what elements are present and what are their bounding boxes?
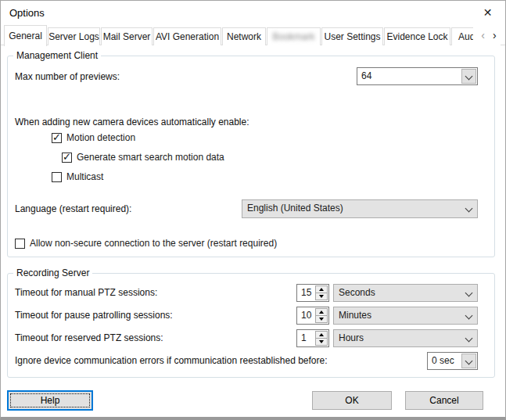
title-bar: Options ✕ — [1, 1, 505, 24]
pause-patrolling-unit-combobox[interactable]: Minutes — [333, 307, 478, 325]
motion-detection-checkbox-row[interactable]: ✓ Motion detection — [52, 131, 135, 144]
spinner-up-icon — [319, 333, 324, 336]
checkmark-icon: ✓ — [52, 131, 61, 143]
options-dialog: Options ✕ General Server Logs Mail Serve… — [0, 0, 506, 420]
reserved-ptz-unit-combobox[interactable]: Hours — [333, 329, 478, 347]
manual-ptz-unit-combobox[interactable]: Seconds — [333, 284, 478, 302]
smart-search-checkbox[interactable]: ✓ — [62, 153, 72, 163]
spinner-up-icon — [319, 288, 324, 291]
pause-patrolling-spinner[interactable]: 10 — [296, 307, 329, 325]
reserved-ptz-spinner[interactable]: 1 — [296, 329, 329, 347]
close-icon: ✕ — [483, 6, 493, 19]
manual-ptz-spinner[interactable]: 15 — [296, 284, 329, 302]
max-previews-label: Max number of previews: — [15, 71, 120, 82]
recording-server-group-title: Recording Server — [13, 267, 92, 278]
tab-server-logs[interactable]: Server Logs — [48, 27, 100, 45]
max-previews-dropdown-button[interactable] — [461, 69, 476, 84]
spinner-up-button[interactable] — [315, 331, 328, 339]
ok-button[interactable]: OK — [312, 391, 392, 410]
multicast-checkbox-row[interactable]: Multicast — [52, 171, 103, 183]
chevron-down-icon — [465, 312, 473, 320]
chevron-down-icon — [465, 205, 473, 213]
ignore-errors-label: Ignore device communication errors if co… — [15, 355, 328, 366]
close-button[interactable]: ✕ — [470, 1, 505, 24]
tab-scroll-right-icon[interactable]: › — [493, 29, 497, 41]
non-secure-label: Allow non-secure connection to the serve… — [30, 238, 277, 249]
ignore-errors-dropdown-button[interactable] — [461, 354, 476, 368]
tab-scroll-buttons: ‹ › — [473, 26, 504, 45]
language-combobox[interactable]: English (United States) — [242, 199, 478, 218]
tab-general[interactable]: General — [4, 25, 47, 46]
spinner-down-icon — [319, 295, 324, 298]
chevron-down-icon — [465, 73, 473, 81]
non-secure-checkbox[interactable] — [15, 239, 25, 249]
spinner-down-button[interactable] — [315, 293, 328, 300]
help-button[interactable]: Help — [7, 390, 93, 411]
max-previews-combobox[interactable]: 64 — [357, 67, 478, 85]
multicast-label: Multicast — [66, 171, 103, 182]
management-client-group-title: Management Client — [13, 50, 101, 61]
non-secure-checkbox-row[interactable]: Allow non-secure connection to the serve… — [15, 237, 277, 249]
tab-scroll-left-icon[interactable]: ‹ — [481, 29, 485, 41]
multicast-checkbox[interactable] — [52, 172, 62, 182]
checkmark-icon: ✓ — [63, 151, 71, 163]
tab-avi-generation[interactable]: AVI Generation — [153, 27, 221, 45]
tab-evidence-lock[interactable]: Evidence Lock — [384, 27, 450, 45]
smart-search-label: Generate smart search motion data — [77, 152, 224, 163]
manual-ptz-label: Timeout for manual PTZ sessions: — [15, 287, 157, 298]
pause-patrolling-label: Timeout for pause patrolling sessions: — [15, 310, 173, 321]
auto-enable-label: When adding new camera devices automatic… — [15, 117, 249, 127]
motion-detection-checkbox[interactable]: ✓ — [52, 133, 62, 143]
reserved-ptz-label: Timeout for reserved PTZ sessions: — [15, 332, 163, 343]
chevron-down-icon — [465, 335, 473, 343]
spinner-up-icon — [319, 311, 324, 314]
spinner-down-icon — [319, 340, 324, 343]
spinner-down-button[interactable] — [315, 339, 328, 346]
spinner-down-icon — [319, 318, 324, 321]
ignore-errors-combobox[interactable]: 0 sec — [427, 352, 478, 370]
cancel-button[interactable]: Cancel — [405, 391, 483, 410]
chevron-down-icon — [465, 357, 473, 365]
window-title: Options — [9, 7, 45, 19]
motion-detection-label: Motion detection — [66, 132, 135, 143]
spinner-up-button[interactable] — [315, 285, 328, 293]
tab-mail-server[interactable]: Mail Server — [101, 27, 153, 45]
tab-network[interactable]: Network — [222, 27, 266, 45]
smart-search-checkbox-row[interactable]: ✓ Generate smart search motion data — [62, 151, 224, 163]
spinner-up-button[interactable] — [315, 308, 328, 316]
language-label: Language (restart required): — [15, 203, 131, 214]
spinner-down-button[interactable] — [315, 316, 328, 323]
tab-bookmark[interactable]: Bookmark — [267, 27, 321, 45]
chevron-down-icon — [465, 289, 473, 297]
tab-user-settings[interactable]: User Settings — [321, 27, 383, 45]
